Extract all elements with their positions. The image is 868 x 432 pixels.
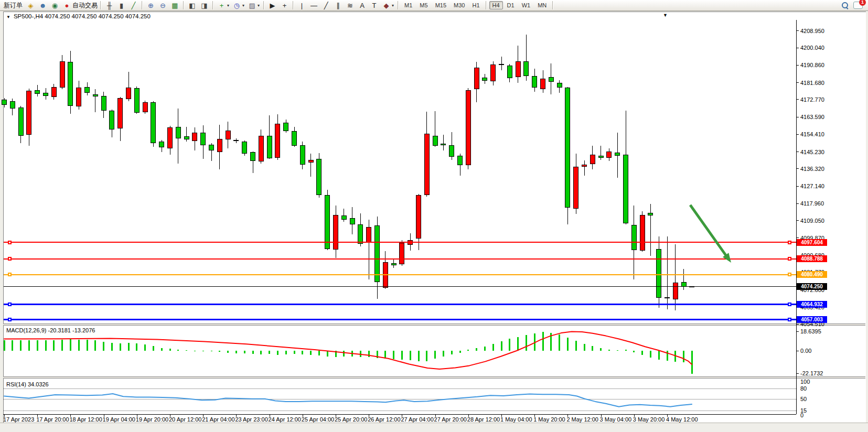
horizontal-line-object[interactable] xyxy=(4,274,796,275)
macd-histogram-bar xyxy=(335,351,337,357)
candle-wick xyxy=(650,204,651,256)
candle-body xyxy=(590,155,595,164)
line-anchor-square[interactable] xyxy=(788,303,791,306)
text-icon[interactable]: A xyxy=(356,1,368,10)
line-anchor-square[interactable] xyxy=(788,241,791,244)
periods-icon[interactable]: ◷▾ xyxy=(231,1,246,10)
timeframe-button-w1[interactable]: W1 xyxy=(519,1,534,9)
candle-body xyxy=(441,144,446,145)
price-axis-tick-label: 4117.960 xyxy=(800,200,824,207)
candle-body xyxy=(499,64,504,65)
bar-chart-icon: ╫ xyxy=(104,1,114,10)
line-anchor-square[interactable] xyxy=(8,318,12,321)
candle-body xyxy=(416,195,421,239)
time-axis-label: 1 May 04:00 xyxy=(500,416,532,423)
toolbar-separator xyxy=(486,1,487,9)
line-chart-icon[interactable]: ╱ xyxy=(127,1,140,10)
zoom-in-icon[interactable]: ⊕ xyxy=(145,1,157,10)
line-anchor-square[interactable] xyxy=(788,318,791,321)
tile-windows-icon[interactable]: ▦ xyxy=(169,1,181,10)
cursor-icon: ▶ xyxy=(267,1,277,10)
timeframe-button-m1[interactable]: M1 xyxy=(401,1,415,9)
price-line-tag: 4074.250 xyxy=(797,283,827,290)
auto-trading-button-label: 自动交易 xyxy=(72,1,98,10)
timeframe-button-m5[interactable]: M5 xyxy=(416,1,431,9)
collapse-icon[interactable]: ▼ xyxy=(6,15,10,19)
macd-histogram-bar xyxy=(120,343,121,351)
candle-body xyxy=(101,96,106,111)
rsi-level-line xyxy=(4,388,796,389)
timeframe-button-h1[interactable]: H1 xyxy=(469,1,483,9)
rsi-level-line xyxy=(4,399,796,399)
templates-icon[interactable]: ▨▾ xyxy=(246,1,261,10)
line-anchor-square[interactable] xyxy=(8,303,12,306)
equidistant-channel-icon[interactable]: ∥ xyxy=(332,1,344,10)
horizontal-line-object[interactable] xyxy=(4,286,796,287)
toolbar-separator xyxy=(398,1,399,9)
bar-chart-icon[interactable]: ╫ xyxy=(103,1,115,10)
new-order-button[interactable]: 新订单 xyxy=(2,1,25,10)
pane-separator-macd[interactable] xyxy=(3,323,865,326)
horizontal-line-icon[interactable]: — xyxy=(308,1,320,10)
rsi-axis-label: 0 xyxy=(800,412,803,418)
data-window-icon[interactable]: ◉ xyxy=(49,1,61,10)
line-anchor-square[interactable] xyxy=(8,257,12,261)
trendline-icon[interactable]: ╱ xyxy=(320,1,332,10)
timeframe-button-m15[interactable]: M15 xyxy=(432,1,449,9)
arrows-icon: ◆ xyxy=(381,1,391,10)
chart-window[interactable] xyxy=(3,12,866,423)
horizontal-line-object[interactable] xyxy=(4,304,796,305)
candle-body xyxy=(109,111,114,129)
macd-histogram-bar xyxy=(360,351,361,357)
macd-histogram-bar xyxy=(550,333,552,351)
time-axis-label: 17 Apr 20:00 xyxy=(36,416,69,423)
crosshair-icon[interactable]: + xyxy=(278,1,291,10)
line-anchor-square[interactable] xyxy=(788,257,791,261)
line-anchor-square[interactable] xyxy=(8,273,12,276)
line-anchor-square[interactable] xyxy=(8,241,12,244)
search-icon[interactable] xyxy=(842,2,848,8)
time-axis-label: 1 May 20:00 xyxy=(533,416,565,423)
horizontal-line-object[interactable] xyxy=(4,242,796,243)
horizontal-line-object[interactable] xyxy=(4,319,796,320)
vertical-line-icon[interactable]: | xyxy=(296,1,308,10)
chart-shift-marker[interactable]: ▼ xyxy=(663,13,668,18)
chat-icon[interactable]: 1 xyxy=(853,2,863,9)
candle-body xyxy=(143,102,148,112)
timeframe-button-mn[interactable]: MN xyxy=(534,1,550,9)
price-axis-border xyxy=(796,20,797,414)
price-line-tag: 4064.932 xyxy=(797,301,827,308)
arrows-icon[interactable]: ◆▾ xyxy=(380,1,395,10)
timeframe-button-d1[interactable]: D1 xyxy=(504,1,518,9)
text-label-icon[interactable]: T xyxy=(368,1,380,10)
pane-separator-rsi[interactable] xyxy=(3,376,865,379)
candle-body xyxy=(366,227,371,242)
search-lens-handle xyxy=(846,7,849,9)
add-indicator-icon[interactable]: +▾ xyxy=(216,1,231,10)
market-watch-icon[interactable]: ☻ xyxy=(37,1,49,10)
text-icon: A xyxy=(357,1,367,10)
auto-trading-icon: ● xyxy=(62,1,72,10)
candlestick-chart-icon[interactable]: ▮ xyxy=(115,1,127,10)
line-anchor-square[interactable] xyxy=(788,273,791,276)
notification-badge: 1 xyxy=(859,0,866,6)
macd-histogram-bar xyxy=(600,348,602,351)
cursor-icon[interactable]: ▶ xyxy=(266,1,278,10)
zoom-out-icon[interactable]: ⊖ xyxy=(157,1,169,10)
timeframe-button-h4[interactable]: H4 xyxy=(489,1,503,9)
chevron-down-icon: ▾ xyxy=(392,3,394,8)
time-axis-label: 28 Apr 12:00 xyxy=(467,416,500,423)
macd-histogram-bar xyxy=(625,350,627,351)
fibonacci-icon[interactable]: ≋ xyxy=(344,1,356,10)
macd-histogram-bar xyxy=(94,340,96,351)
chart-title: SP500-,H4 4074.250 4074.250 4074.250 407… xyxy=(14,13,151,19)
indicator-window-left-icon[interactable]: ◧ xyxy=(186,1,198,10)
indicator-window-right-icon[interactable]: ◨ xyxy=(198,1,210,10)
horizontal-line-object[interactable] xyxy=(4,258,796,260)
auto-trading-button[interactable]: ●自动交易 xyxy=(61,1,98,10)
profiles-icon[interactable]: ◈ xyxy=(25,1,37,10)
macd-histogram-bar xyxy=(567,338,569,351)
timeframe-button-m30[interactable]: M30 xyxy=(451,1,468,9)
candle-wick xyxy=(601,146,601,160)
text-label-icon: T xyxy=(369,1,379,10)
